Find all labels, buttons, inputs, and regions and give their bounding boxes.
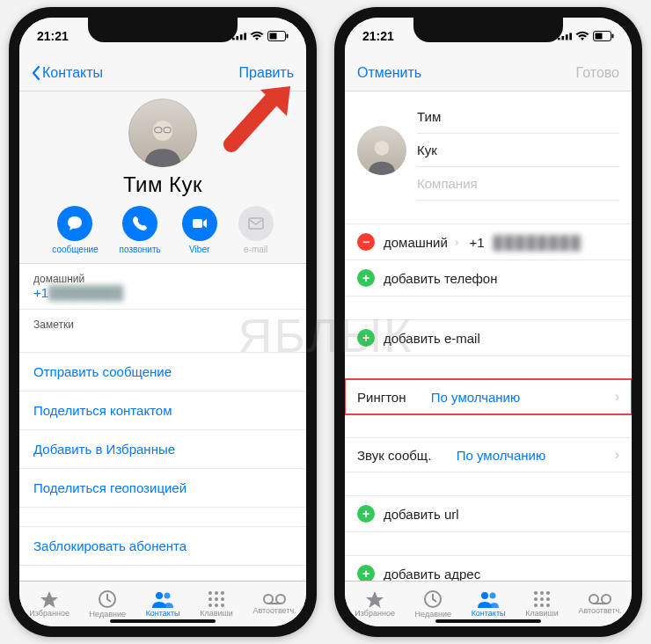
svg-point-24: [221, 604, 224, 607]
tab-voicemail[interactable]: Автоответч.: [252, 593, 296, 615]
svg-rect-12: [249, 218, 263, 229]
svg-point-40: [534, 591, 538, 595]
svg-rect-2: [240, 34, 243, 40]
tab-contacts[interactable]: Контакты: [472, 590, 506, 618]
ringtone-row[interactable]: Рингтон По умолчанию ›: [345, 379, 632, 414]
svg-point-36: [375, 141, 390, 156]
tab-favorites[interactable]: Избранное: [29, 590, 69, 618]
svg-rect-28: [558, 38, 560, 40]
phone-home-row[interactable]: − домашний › +1████████: [345, 223, 632, 260]
add-icon[interactable]: +: [357, 329, 375, 347]
add-email-row[interactable]: + добавить e-mail: [345, 319, 632, 356]
add-url-row[interactable]: + добавить url: [345, 495, 632, 532]
company-field[interactable]: Компания: [417, 167, 619, 201]
phone-frame-right: 21:21 Отменить Готово Тим: [334, 7, 642, 637]
notes-row[interactable]: Заметки: [19, 310, 306, 353]
voicemail-icon: [263, 593, 286, 605]
svg-point-20: [215, 597, 218, 601]
remove-icon[interactable]: −: [357, 233, 375, 251]
avatar: [128, 99, 197, 167]
share-contact-link[interactable]: Поделиться контактом: [19, 392, 306, 430]
contacts-icon: [151, 590, 174, 608]
tab-voicemail[interactable]: Автоответч.: [578, 593, 621, 615]
nav-bar: Отменить Готово: [345, 55, 632, 91]
add-icon[interactable]: +: [357, 269, 375, 287]
call-action[interactable]: позвонить: [120, 206, 161, 254]
wifi-icon: [250, 31, 264, 41]
phone-icon: [132, 216, 148, 231]
svg-point-22: [208, 604, 212, 607]
share-location-link[interactable]: Поделиться геопозицией: [19, 469, 306, 508]
add-icon[interactable]: +: [357, 565, 375, 581]
status-time: 21:21: [362, 29, 394, 43]
svg-point-42: [546, 591, 550, 595]
svg-point-48: [546, 604, 550, 607]
svg-rect-29: [561, 36, 564, 40]
first-name-field[interactable]: Тим: [417, 100, 619, 134]
cancel-button[interactable]: Отменить: [357, 65, 421, 81]
star-icon: [364, 590, 385, 608]
star-icon: [39, 590, 60, 608]
add-phone-row[interactable]: + добавить телефон: [345, 260, 632, 296]
svg-point-46: [534, 604, 538, 607]
add-address-row[interactable]: + добавить адрес: [345, 555, 632, 581]
email-action: e-mail: [238, 206, 274, 254]
svg-rect-3: [244, 33, 246, 40]
contacts-icon: [477, 590, 500, 608]
chevron-right-icon: ›: [615, 447, 619, 463]
svg-point-38: [481, 592, 488, 599]
edit-button[interactable]: Править: [239, 65, 294, 81]
home-indicator[interactable]: [110, 619, 216, 623]
svg-point-15: [165, 593, 171, 599]
send-message-link[interactable]: Отправить сообщение: [19, 353, 306, 392]
tab-recents[interactable]: Недавние: [415, 589, 451, 618]
status-time: 21:21: [37, 29, 69, 43]
add-icon[interactable]: +: [357, 505, 375, 523]
svg-rect-1: [236, 36, 238, 40]
tab-recents[interactable]: Недавние: [90, 589, 126, 618]
last-name-field[interactable]: Кук: [417, 134, 619, 167]
svg-point-21: [221, 597, 224, 601]
svg-point-23: [215, 604, 218, 607]
svg-point-47: [540, 604, 544, 607]
svg-rect-33: [596, 33, 603, 40]
svg-point-39: [490, 593, 496, 599]
viber-action[interactable]: Viber: [182, 206, 217, 254]
contact-name: Тим Кук: [19, 172, 306, 197]
keypad-icon: [533, 590, 551, 608]
voicemail-icon: [589, 593, 611, 605]
notch: [88, 18, 238, 42]
text-tone-row[interactable]: Звук сообщ. По умолчанию ›: [345, 437, 632, 472]
back-button[interactable]: Контакты: [32, 65, 103, 81]
svg-point-17: [215, 591, 218, 595]
phone-row[interactable]: домашний +1████████: [19, 264, 306, 310]
chevron-left-icon: [32, 66, 40, 80]
svg-rect-34: [612, 34, 614, 39]
block-contact-link[interactable]: Заблокировать абонента: [19, 527, 306, 566]
svg-point-49: [589, 595, 598, 604]
svg-point-14: [156, 592, 163, 599]
done-button[interactable]: Готово: [576, 65, 619, 81]
mail-icon: [248, 217, 264, 230]
notch: [413, 18, 563, 42]
home-indicator[interactable]: [435, 619, 541, 623]
tab-keypad[interactable]: Клавиши: [200, 590, 233, 618]
video-icon: [192, 216, 208, 231]
svg-point-18: [221, 591, 224, 595]
message-action[interactable]: сообщение: [52, 206, 98, 254]
svg-rect-5: [270, 33, 277, 40]
svg-point-45: [546, 597, 550, 601]
annotation-arrow: [218, 83, 297, 153]
battery-icon: [593, 31, 614, 41]
tab-favorites[interactable]: Избранное: [355, 590, 395, 618]
svg-rect-0: [232, 38, 235, 40]
phone-frame-left: 21:21 Контакты Править: [9, 7, 317, 637]
tab-contacts[interactable]: Контакты: [146, 590, 180, 618]
tab-keypad[interactable]: Клавиши: [525, 590, 559, 618]
svg-point-19: [208, 597, 212, 601]
avatar[interactable]: [357, 126, 406, 175]
battery-icon: [267, 31, 289, 41]
svg-point-8: [153, 121, 173, 141]
clock-icon: [423, 589, 443, 609]
add-favorite-link[interactable]: Добавить в Избранные: [19, 430, 306, 469]
